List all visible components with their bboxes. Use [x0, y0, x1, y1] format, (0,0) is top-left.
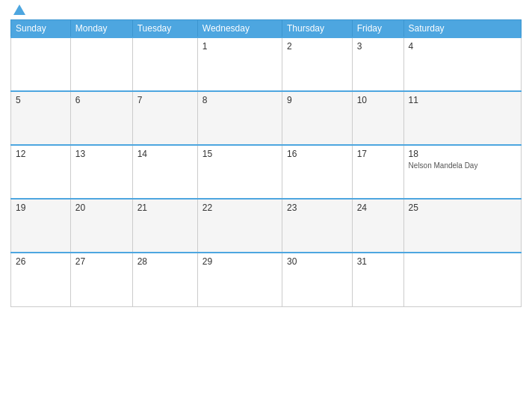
calendar-cell: 29 — [197, 253, 282, 306]
day-number: 13 — [75, 149, 128, 159]
calendar-cell: 8 — [197, 91, 282, 145]
calendar-cell: 5 — [11, 91, 71, 145]
day-number: 20 — [75, 203, 128, 213]
calendar-week-row: 567891011 — [11, 91, 522, 145]
day-number: 3 — [357, 41, 399, 52]
calendar-cell: 21 — [132, 199, 197, 253]
day-number: 4 — [409, 41, 516, 52]
day-number: 16 — [287, 149, 347, 159]
day-number: 5 — [16, 95, 66, 105]
calendar-cell: 26 — [11, 253, 71, 306]
day-number: 17 — [357, 149, 399, 159]
day-number: 21 — [137, 203, 193, 213]
calendar-cell: 28 — [132, 253, 197, 306]
calendar-cell: 18Nelson Mandela Day — [403, 145, 521, 199]
calendar-cell: 27 — [70, 253, 132, 306]
days-of-week-row: Sunday Monday Tuesday Wednesday Thursday… — [11, 20, 522, 38]
calendar-cell: 14 — [132, 145, 197, 199]
calendar-cell: 17 — [352, 145, 403, 199]
day-number: 2 — [287, 41, 347, 52]
day-number: 10 — [357, 95, 399, 105]
day-number: 14 — [137, 149, 193, 159]
calendar-cell: 20 — [70, 199, 132, 253]
calendar-cell: 30 — [282, 253, 352, 306]
col-sunday: Sunday — [11, 20, 71, 38]
day-number: 6 — [75, 95, 128, 105]
calendar-cell: 24 — [352, 199, 403, 253]
calendar-cell: 3 — [352, 37, 403, 91]
calendar-table: Sunday Monday Tuesday Wednesday Thursday… — [10, 19, 522, 307]
day-number: 1 — [202, 41, 277, 52]
calendar-cell: 16 — [282, 145, 352, 199]
calendar-cell: 7 — [132, 91, 197, 145]
day-number: 12 — [16, 149, 66, 159]
calendar-cell: 1 — [197, 37, 282, 91]
logo-triangle-icon — [13, 4, 25, 15]
calendar-cell: 19 — [11, 199, 71, 253]
calendar-cell — [11, 37, 71, 91]
day-number: 22 — [202, 203, 277, 213]
col-saturday: Saturday — [403, 20, 521, 38]
calendar-cell: 9 — [282, 91, 352, 145]
calendar-cell: 13 — [70, 145, 132, 199]
calendar-cell: 31 — [352, 253, 403, 306]
day-number: 29 — [202, 256, 277, 267]
calendar-cell — [70, 37, 132, 91]
col-monday: Monday — [70, 20, 132, 38]
day-number: 28 — [137, 256, 193, 267]
calendar-header — [10, 7, 522, 15]
col-wednesday: Wednesday — [197, 20, 282, 38]
day-number: 24 — [357, 203, 399, 213]
calendar-cell: 23 — [282, 199, 352, 253]
calendar-cell: 10 — [352, 91, 403, 145]
logo — [10, 7, 25, 15]
calendar-week-row: 19202122232425 — [11, 199, 522, 253]
calendar-cell: 2 — [282, 37, 352, 91]
calendar-cell: 6 — [70, 91, 132, 145]
day-number: 31 — [357, 256, 399, 267]
col-tuesday: Tuesday — [132, 20, 197, 38]
day-number: 25 — [409, 203, 516, 213]
day-number: 26 — [16, 256, 66, 267]
calendar-cell: 4 — [403, 37, 521, 91]
day-number: 7 — [137, 95, 193, 105]
day-number: 8 — [202, 95, 277, 105]
day-number: 15 — [202, 149, 277, 159]
calendar-week-row: 12131415161718Nelson Mandela Day — [11, 145, 522, 199]
holiday-name: Nelson Mandela Day — [409, 161, 516, 170]
col-thursday: Thursday — [282, 20, 352, 38]
day-number: 9 — [287, 95, 347, 105]
day-number: 23 — [287, 203, 347, 213]
col-friday: Friday — [352, 20, 403, 38]
calendar-week-row: 262728293031 — [11, 253, 522, 306]
calendar-cell: 12 — [11, 145, 71, 199]
calendar-cell: 22 — [197, 199, 282, 253]
calendar-cell: 15 — [197, 145, 282, 199]
calendar-cell — [403, 253, 521, 306]
calendar-cell: 11 — [403, 91, 521, 145]
day-number: 18 — [409, 149, 516, 159]
calendar-cell — [132, 37, 197, 91]
calendar-cell: 25 — [403, 199, 521, 253]
day-number: 30 — [287, 256, 347, 267]
calendar-week-row: 1234 — [11, 37, 522, 91]
day-number: 19 — [16, 203, 66, 213]
day-number: 27 — [75, 256, 128, 267]
day-number: 11 — [409, 95, 516, 105]
